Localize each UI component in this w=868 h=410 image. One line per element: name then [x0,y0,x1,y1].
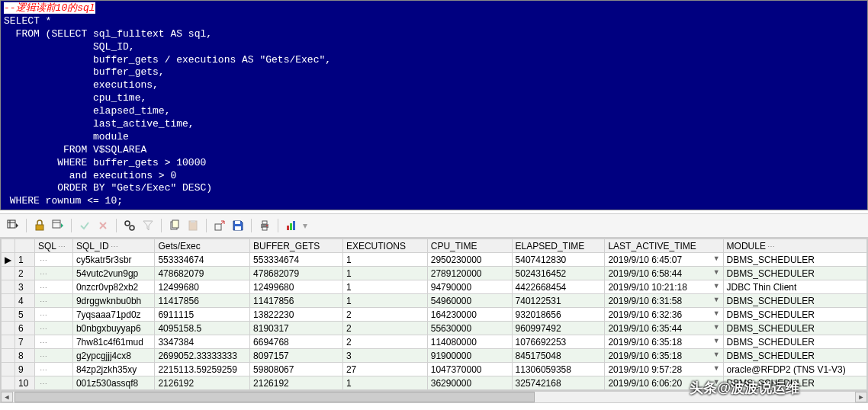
col-menu-icon[interactable]: ⋯ [56,242,66,251]
col-lastactive[interactable]: LAST_ACTIVE_TIME [605,239,723,253]
clob-expand-icon[interactable]: ⋯ [38,338,47,347]
cell-cputime[interactable]: 55630000 [427,322,512,335]
copy-button[interactable] [166,217,183,234]
cell-sqlid[interactable]: 54vutc2vun9gp [72,267,155,280]
cell-getsexec[interactable]: 2215113.59259259 [155,363,250,376]
sql-editor[interactable]: --逻辑读前10的sql SELECT * FROM (SELECT sql_f… [0,0,868,210]
date-dropdown-icon[interactable]: ▼ [713,378,720,386]
cell-elapsed[interactable]: 11306059358 [512,363,605,376]
cell-cputime[interactable]: 36290000 [427,376,512,390]
chart-button[interactable] [283,217,300,234]
cell-sql[interactable]: ⋯ [35,363,73,376]
cell-lastactive[interactable]: 2019/9/10 6:58:44▼ [605,267,723,280]
cell-executions[interactable]: 2 [342,322,427,335]
clob-expand-icon[interactable]: ⋯ [38,270,47,278]
table-row[interactable]: 2⋯54vutc2vun9gp4786820794786820791278912… [2,267,867,280]
cell-sqlid[interactable]: b0nbgxbuyyap6 [72,322,155,335]
cell-lastactive[interactable]: 2019/9/10 9:57:28▼ [605,363,723,376]
cell-sql[interactable]: ⋯ [35,280,73,294]
cell-executions[interactable]: 1 [342,267,427,280]
date-dropdown-icon[interactable]: ▼ [713,268,720,276]
cell-executions[interactable]: 3 [342,349,427,363]
cell-sqlid[interactable]: g2ypcgjjj4cx8 [72,349,155,363]
cell-sql[interactable]: ⋯ [35,253,73,267]
cell-getsexec[interactable]: 4095158.5 [155,322,250,335]
scroll-right-button[interactable]: ► [855,392,867,402]
col-executions[interactable]: EXECUTIONS [342,239,427,253]
cell-getsexec[interactable]: 478682079 [155,267,250,280]
cell-elapsed[interactable]: 5024316452 [512,267,605,280]
cell-sql[interactable]: ⋯ [35,322,73,335]
cell-sql[interactable]: ⋯ [35,267,73,280]
cell-module[interactable]: DBMS_SCHEDULER [723,294,866,308]
table-row[interactable]: ▶1⋯cy5katr5r3sbr553334674553334674129502… [2,253,867,267]
cell-getsexec[interactable]: 3347384 [155,335,250,349]
cell-getsexec[interactable]: 553334674 [155,253,250,267]
table-row[interactable]: 6⋯b0nbgxbuyyap64095158.58190317255630000… [2,322,867,335]
table-row[interactable]: 4⋯9drggwknbu0bh1141785611417856154960000… [2,294,867,308]
row-pointer[interactable] [2,363,15,376]
cell-lastactive[interactable]: 2019/9/10 6:32:36▼ [605,308,723,322]
cell-lastactive[interactable]: 2019/9/10 6:45:07▼ [605,253,723,267]
scroll-thumb[interactable] [14,392,535,402]
cell-sql[interactable]: ⋯ [35,308,73,322]
table-row[interactable]: 9⋯84zp2jzkh35xy2215113.59259259598080672… [2,363,867,376]
clob-expand-icon[interactable]: ⋯ [38,311,47,319]
cell-cputime[interactable]: 114080000 [427,335,512,349]
cell-buffergets[interactable]: 11417856 [250,294,343,308]
row-pointer[interactable] [2,349,15,363]
cell-sql[interactable]: ⋯ [35,335,73,349]
cell-module[interactable]: DBMS_SCHEDULER [723,376,866,390]
table-row[interactable]: 10⋯001z530assqf8212619221261921362900003… [2,376,867,390]
cell-executions[interactable]: 1 [342,280,427,294]
date-dropdown-icon[interactable]: ▼ [713,364,720,372]
cell-buffergets[interactable]: 12499680 [250,280,343,294]
cell-executions[interactable]: 1 [342,294,427,308]
clob-expand-icon[interactable]: ⋯ [38,297,47,306]
row-pointer[interactable] [2,322,15,335]
cell-buffergets[interactable]: 553334674 [250,253,343,267]
col-elapsed[interactable]: ELAPSED_TIME [512,239,605,253]
clob-expand-icon[interactable]: ⋯ [38,380,47,388]
date-dropdown-icon[interactable]: ▼ [713,282,720,290]
col-sqlid[interactable]: SQL_ID⋯ [72,239,155,253]
cell-cputime[interactable]: 164230000 [427,308,512,322]
lock-button[interactable] [31,217,48,234]
cell-module[interactable]: DBMS_SCHEDULER [723,349,866,363]
clob-expand-icon[interactable]: ⋯ [38,366,47,374]
cell-elapsed[interactable]: 932018656 [512,308,605,322]
cell-module[interactable]: DBMS_SCHEDULER [723,253,866,267]
cell-module[interactable]: DBMS_SCHEDULER [723,335,866,349]
cell-cputime[interactable]: 2950230000 [427,253,512,267]
print-button[interactable] [256,217,273,234]
clob-expand-icon[interactable]: ⋯ [38,283,47,292]
cell-buffergets[interactable]: 8190317 [250,322,343,335]
cell-sql[interactable]: ⋯ [35,294,73,308]
cell-sqlid[interactable]: 0nzcr0vp82xb2 [72,280,155,294]
cell-module[interactable]: oracle@RFDP2 (TNS V1-V3) [723,363,866,376]
cell-executions[interactable]: 2 [342,335,427,349]
date-dropdown-icon[interactable]: ▼ [713,323,720,331]
cell-module[interactable]: DBMS_SCHEDULER [723,322,866,335]
cell-lastactive[interactable]: 2019/9/10 10:21:18▼ [605,280,723,294]
cell-sqlid[interactable]: 001z530assqf8 [72,376,155,390]
horizontal-scrollbar[interactable]: ◄ ► [0,391,868,403]
cell-elapsed[interactable]: 5407412830 [512,253,605,267]
cell-executions[interactable]: 2 [342,308,427,322]
cell-getsexec[interactable]: 12499680 [155,280,250,294]
cell-cputime[interactable]: 91900000 [427,349,512,363]
cell-lastactive[interactable]: 2019/9/10 6:31:58▼ [605,294,723,308]
cell-sql[interactable]: ⋯ [35,349,73,363]
cell-buffergets[interactable]: 13822230 [250,308,343,322]
cell-buffergets[interactable]: 2126192 [250,376,343,390]
clob-expand-icon[interactable]: ⋯ [38,352,47,360]
table-row[interactable]: 8⋯g2ypcgjjj4cx82699052.33333333809715739… [2,349,867,363]
row-pointer[interactable]: ▶ [2,253,15,267]
cell-elapsed[interactable]: 845175048 [512,349,605,363]
clob-expand-icon[interactable]: ⋯ [38,256,47,264]
cell-buffergets[interactable]: 478682079 [250,267,343,280]
cell-executions[interactable]: 1 [342,376,427,390]
col-menu-icon[interactable]: ⋯ [109,242,118,251]
col-menu-icon[interactable]: ⋯ [766,242,775,251]
cell-lastactive[interactable]: 2019/9/10 6:35:18▼ [605,349,723,363]
